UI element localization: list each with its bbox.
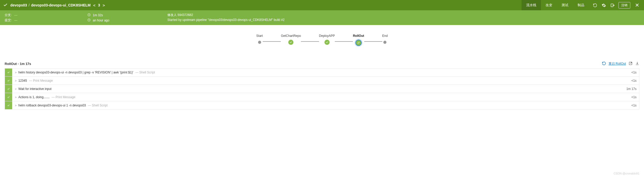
step-duration: <1s xyxy=(631,71,639,74)
connector xyxy=(364,41,382,42)
connector xyxy=(335,41,353,42)
step-command: Actions is 1, doing....... xyxy=(18,95,50,99)
chevron-right-icon[interactable]: > xyxy=(13,79,18,82)
step-status-icon xyxy=(5,69,12,76)
commit-value: — xyxy=(14,19,17,22)
exit-icon[interactable] xyxy=(610,3,615,7)
stage-node-end xyxy=(383,41,386,44)
connector xyxy=(301,41,319,42)
step-duration: <1s xyxy=(631,79,639,82)
stage-start[interactable]: Start xyxy=(256,34,263,44)
step-status-icon xyxy=(5,77,12,85)
close-icon[interactable]: ✕ xyxy=(633,2,641,8)
tab-artifacts[interactable]: 制品 xyxy=(573,0,589,10)
chevron-right-icon[interactable]: > xyxy=(13,71,18,74)
svg-rect-4 xyxy=(636,65,639,65)
step-row[interactable]: >helm history devops03-devops-ui -n devo… xyxy=(5,68,639,77)
open-external-icon[interactable] xyxy=(629,61,633,66)
step-command: helm history devops03-devops-ui -n devop… xyxy=(18,71,133,74)
step-command: 12345 xyxy=(18,79,27,82)
step-row[interactable]: >Actions is 1, doing.......— Print Messa… xyxy=(5,93,639,101)
stage-getchartRepo[interactable]: GetChartRepo xyxy=(281,34,301,45)
chevron-right-icon[interactable]: > xyxy=(13,96,18,99)
tab-changes[interactable]: 改变 xyxy=(541,0,557,10)
step-meta: — Shell Script xyxy=(88,104,108,107)
stage-end[interactable]: End xyxy=(382,34,388,44)
stage-node-active xyxy=(355,40,362,46)
stage-node-start xyxy=(258,41,261,44)
connector xyxy=(263,41,281,42)
chevron-right-icon[interactable]: > xyxy=(13,104,18,107)
next-run-icon[interactable]: > xyxy=(102,3,106,7)
clock-icon xyxy=(87,13,91,17)
step-row[interactable]: >Wait for interactive input1m 17s xyxy=(5,85,639,93)
step-status-icon xyxy=(5,101,12,109)
chevron-right-icon[interactable]: > xyxy=(13,87,18,90)
step-command: helm rollback devops03-devops-ui 1 -n de… xyxy=(18,104,86,107)
calendar-icon xyxy=(87,18,91,22)
time-value: an hour ago xyxy=(93,19,109,22)
stage-title: RollOut - 1m 17s xyxy=(5,62,31,66)
gear-icon[interactable] xyxy=(601,3,607,7)
step-meta: — Print Message xyxy=(52,95,75,99)
tab-tests[interactable]: 测试 xyxy=(557,0,573,10)
rerun-icon[interactable] xyxy=(592,3,598,7)
stage-deployapp[interactable]: DeployAPP xyxy=(319,34,335,45)
trigger-text: Started by upstream pipeline "devops03/d… xyxy=(167,18,284,22)
step-duration: 1m 17s xyxy=(626,87,639,91)
breadcrumb[interactable]: devops03 / devops03-devops-ui_CDK8SHELM … xyxy=(10,3,106,7)
duration-value: 1m 32s xyxy=(93,13,103,17)
status-check-icon xyxy=(3,3,8,8)
step-meta: — Shell Script xyxy=(135,71,155,74)
steps-list: >helm history devops03-devops-ui -n devo… xyxy=(0,68,644,110)
step-duration: <1s xyxy=(631,104,639,107)
prev-run-icon[interactable]: < xyxy=(92,3,97,7)
restart-link[interactable]: 重启 RollOut xyxy=(609,62,626,66)
author-value: 594372682 xyxy=(177,13,193,17)
stage-node-ok xyxy=(288,40,293,45)
download-icon[interactable] xyxy=(635,61,639,66)
step-status-icon xyxy=(5,93,12,101)
breadcrumb-sep: / xyxy=(29,3,30,7)
step-row[interactable]: >helm rollback devops03-devops-ui 1 -n d… xyxy=(5,101,639,110)
breadcrumb-run: 3 xyxy=(98,3,100,7)
step-duration: <1s xyxy=(631,95,639,99)
commit-label: 提交: xyxy=(5,18,12,22)
stage-node-ok xyxy=(324,40,330,45)
pipeline-graph: Start GetChartRepo DeployAPP RollOut End xyxy=(0,25,644,61)
step-command: Wait for interactive input xyxy=(18,87,51,91)
header-tabs: 流水线 改变 测试 制品 xyxy=(522,0,589,10)
tab-pipeline[interactable]: 流水线 xyxy=(522,0,541,10)
logout-button[interactable]: 注销 xyxy=(618,2,630,9)
step-row[interactable]: >12345— Print Message<1s xyxy=(5,77,639,85)
author-label: 修改人 xyxy=(167,13,177,17)
step-status-icon xyxy=(5,85,12,93)
branch-value: — xyxy=(14,13,17,17)
step-meta: — Print Message xyxy=(29,79,53,82)
restart-icon[interactable] xyxy=(602,61,606,66)
branch-label: 分支: xyxy=(5,13,12,17)
breadcrumb-pipeline[interactable]: devops03-devops-ui_CDK8SHELM xyxy=(31,3,90,7)
stage-rollout[interactable]: RollOut xyxy=(353,34,364,46)
breadcrumb-org[interactable]: devops03 xyxy=(10,3,27,7)
